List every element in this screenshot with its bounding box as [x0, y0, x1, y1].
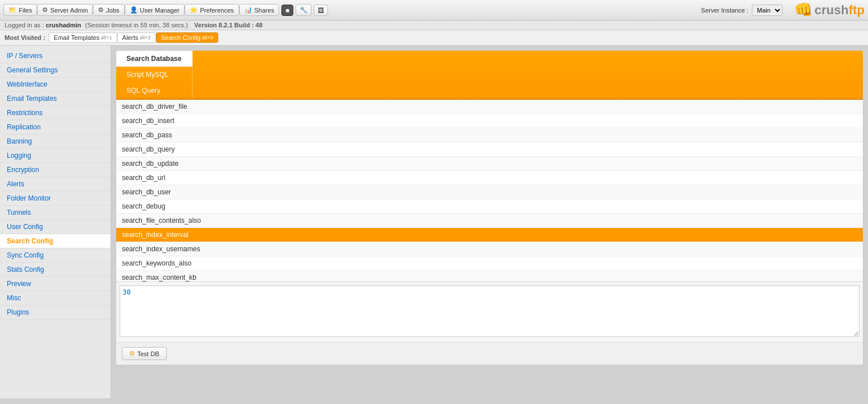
logo-text-orange: ftp	[849, 3, 865, 18]
list-item-search_debug[interactable]: search_debug	[116, 199, 863, 214]
server-instance-select[interactable]: Main	[752, 5, 783, 16]
status-bar: Logged in as : crushadmin (Session timeo…	[0, 21, 868, 30]
list-item-search_db_url[interactable]: search_db_url	[116, 171, 863, 185]
status-session: (Session timeout in 59 min, 38 secs.)	[85, 22, 188, 28]
user-manager-icon: 👤	[130, 6, 138, 14]
tab-script-mysql[interactable]: Script MySQL	[116, 67, 193, 83]
list-item-search_keywords_also[interactable]: search_keywords_also	[116, 256, 863, 271]
list-item-search_db_query[interactable]: search_db_query	[116, 142, 863, 157]
footer-buttons: ⚙ Test DB	[116, 342, 863, 365]
sidebar-item-restrictions[interactable]: Restrictions	[0, 106, 110, 120]
list-item-search_db_user[interactable]: search_db_user	[116, 185, 863, 199]
nav-btn-server-admin[interactable]: ⚙Server Admin	[37, 4, 93, 16]
sidebar-item-user-config[interactable]: User Config	[0, 220, 110, 234]
shortcut-search-config: alt+3	[202, 35, 213, 40]
value-editor: 30	[116, 282, 863, 342]
status-username: crushadmin	[46, 22, 81, 28]
sidebar-item-webinterface[interactable]: WebInterface	[0, 77, 110, 92]
list-item-search_max_content_kb[interactable]: search_max_content_kb	[116, 271, 863, 282]
sidebar-item-tunnels[interactable]: Tunnels	[0, 206, 110, 220]
list-item-search_db_pass[interactable]: search_db_pass	[116, 128, 863, 142]
sidebar-item-search-config[interactable]: Search Config	[0, 234, 110, 248]
files-icon: 📁	[9, 6, 17, 14]
shares-icon: 📊	[244, 6, 252, 14]
gear-icon: ⚙	[129, 350, 135, 357]
top-nav: 📁Files⚙Server Admin⚙Jobs👤User Manager⭐Pr…	[0, 0, 868, 21]
sidebar-item-preview[interactable]: Preview	[0, 277, 110, 291]
sidebar-item-misc[interactable]: Misc	[0, 291, 110, 305]
nav-btn-preferences[interactable]: ⭐Preferences	[185, 4, 239, 16]
sidebar-item-replication[interactable]: Replication	[0, 120, 110, 134]
sidebar-items: IP / ServersGeneral SettingsWebInterface…	[0, 49, 110, 320]
shortcut-email-templates: alt+1	[101, 35, 112, 40]
tab-sql-query[interactable]: SQL Query	[116, 83, 193, 99]
tab-search-database[interactable]: Search Database	[116, 51, 193, 67]
tool-icon-btn[interactable]: 🔧	[296, 4, 312, 16]
shortcut-alerts: alt+2	[140, 35, 151, 40]
logo: 👊 crushftp	[794, 1, 865, 19]
list-item-search_db_update[interactable]: search_db_update	[116, 157, 863, 171]
list-item-search_db_insert[interactable]: search_db_insert	[116, 114, 863, 128]
content-area: Search DatabaseScript MySQLSQL Query sea…	[111, 46, 868, 398]
logo-fist-icon: 👊	[794, 1, 812, 19]
sidebar-item-banning[interactable]: Banning	[0, 134, 110, 149]
status-version: Version 8.2.1 Build : 48	[194, 22, 263, 28]
terminal-icon-btn[interactable]: ■	[281, 5, 293, 16]
status-logged-in: Logged in as :	[5, 22, 44, 28]
sidebar-item-alerts[interactable]: Alerts	[0, 177, 110, 191]
bookmark-search-config[interactable]: Search Configalt+3	[156, 32, 219, 43]
sidebar-item-email-templates[interactable]: Email Templates	[0, 92, 110, 106]
logo-text-gray: crush	[814, 3, 849, 18]
bookmarks-bar: Most Visited : Email Templatesalt+1Alert…	[0, 30, 868, 46]
nav-btn-files[interactable]: 📁Files	[3, 4, 37, 16]
nav-buttons: 📁Files⚙Server Admin⚙Jobs👤User Manager⭐Pr…	[3, 4, 279, 16]
nav-btn-jobs[interactable]: ⚙Jobs	[93, 4, 124, 16]
bookmark-email-templates[interactable]: Email Templatesalt+1	[48, 32, 117, 43]
main-layout: IP / ServersGeneral SettingsWebInterface…	[0, 46, 868, 398]
sidebar-item-general-settings[interactable]: General Settings	[0, 63, 110, 77]
nav-btn-user-manager[interactable]: 👤User Manager	[125, 4, 185, 16]
server-admin-icon: ⚙	[42, 6, 48, 14]
most-visited-label: Most Visited :	[5, 34, 45, 41]
image-icon-btn[interactable]: 🖼	[314, 5, 328, 16]
tabs-header: Search DatabaseScript MySQLSQL Query	[116, 51, 863, 100]
list-item-search_index_interval[interactable]: search_index_interval	[116, 228, 863, 242]
sidebar-item-folder-monitor[interactable]: Folder Monitor	[0, 191, 110, 206]
sidebar-item-stats-config[interactable]: Stats Config	[0, 263, 110, 277]
list-item-search_file_contents_also[interactable]: search_file_contents_also	[116, 214, 863, 228]
server-instance-label: Server Instance :	[701, 7, 748, 14]
tab-items: Search DatabaseScript MySQLSQL Query	[116, 51, 193, 99]
value-textarea[interactable]: 30	[120, 285, 859, 337]
sidebar-item-plugins[interactable]: Plugins	[0, 305, 110, 320]
sidebar: IP / ServersGeneral SettingsWebInterface…	[0, 46, 111, 398]
list-item-search_db_driver_file[interactable]: search_db_driver_file	[116, 100, 863, 114]
test-db-label: Test DB	[137, 350, 159, 357]
sidebar-item-sync-config[interactable]: Sync Config	[0, 248, 110, 263]
nav-btn-shares[interactable]: 📊Shares	[239, 4, 280, 16]
sidebar-item-ip-servers[interactable]: IP / Servers	[0, 49, 110, 63]
jobs-icon: ⚙	[98, 6, 104, 14]
bookmark-items: Email Templatesalt+1Alertsalt+2Search Co…	[48, 32, 218, 43]
test-db-button[interactable]: ⚙ Test DB	[122, 347, 167, 360]
sidebar-item-encryption[interactable]: Encryption	[0, 163, 110, 177]
preferences-icon: ⭐	[190, 6, 198, 14]
list-item-search_index_usernames[interactable]: search_index_usernames	[116, 242, 863, 256]
tab-panel: Search DatabaseScript MySQLSQL Query sea…	[116, 50, 863, 365]
sidebar-item-logging[interactable]: Logging	[0, 149, 110, 163]
server-instance-section: Server Instance : Main	[701, 5, 783, 16]
items-list: search_db_driver_filesearch_db_insertsea…	[116, 100, 863, 282]
bookmark-alerts[interactable]: Alertsalt+2	[117, 32, 156, 43]
